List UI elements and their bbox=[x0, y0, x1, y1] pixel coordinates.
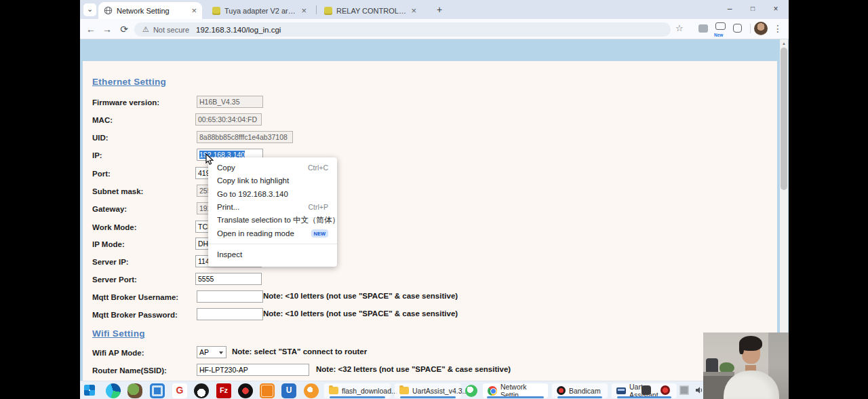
scrollbar-thumb[interactable] bbox=[781, 48, 787, 190]
tab-close-icon[interactable]: × bbox=[411, 5, 416, 16]
router-ssid-field[interactable]: HF-LPT230-AP bbox=[197, 364, 309, 376]
page-scrollbar[interactable]: ▲ bbox=[780, 39, 788, 381]
field-label: Mqtt Broker Username: bbox=[92, 291, 178, 301]
browser-menu-icon[interactable]: ⋮ bbox=[773, 23, 783, 34]
menu-shortcut: Ctrl+P bbox=[309, 203, 328, 211]
menu-item-go-to-address[interactable]: Go to 192.168.3.140 bbox=[208, 187, 337, 201]
form-row: Mqtt Broker Password: Note: <10 letters … bbox=[92, 308, 764, 322]
u-disk-app-icon[interactable]: U bbox=[281, 383, 296, 398]
menu-item-label: Open in reading mode bbox=[217, 229, 294, 238]
tab-relay-controller[interactable]: RELAY CONTROLLER - Smart H × bbox=[319, 2, 422, 19]
search-magnifier-icon[interactable] bbox=[304, 383, 319, 398]
field-note: Note: <10 letters (not use "SPACE" & cas… bbox=[263, 309, 458, 318]
form-row: Subnet mask: 255.255 bbox=[92, 185, 764, 198]
tab-title: Tuya adapter V2 arduino sourc bbox=[224, 7, 297, 15]
field-label: Port: bbox=[92, 168, 111, 178]
taskbar-window-uartassist-folder[interactable]: UartAssist_v4.3... bbox=[395, 383, 461, 398]
window-minimize-button[interactable]: – bbox=[719, 0, 740, 18]
tab-close-icon[interactable]: × bbox=[301, 5, 307, 16]
green-app-tray-icon[interactable] bbox=[465, 385, 477, 397]
form-row: Router Name(SSID): HF-LPT230-AP Note: <3… bbox=[92, 364, 764, 377]
new-tab-button[interactable]: + bbox=[433, 3, 446, 16]
field-label: Subnet mask: bbox=[92, 185, 143, 195]
mqtt-password-field[interactable] bbox=[197, 308, 263, 320]
menu-item-print[interactable]: Print... Ctrl+P bbox=[208, 201, 337, 214]
menu-item-inspect[interactable]: Inspect bbox=[208, 248, 337, 261]
form-row: Work Mode: TCP Se bbox=[92, 221, 764, 234]
orange-grid-app-icon[interactable] bbox=[260, 383, 275, 398]
field-label: Server IP: bbox=[92, 256, 129, 266]
tray-app-icon[interactable] bbox=[642, 385, 651, 395]
taskbar-window-chrome[interactable]: Network Settin... bbox=[483, 383, 548, 398]
speaker-icon[interactable] bbox=[694, 385, 704, 395]
menu-item-reading-mode[interactable]: Open in reading mode NEW bbox=[208, 227, 337, 241]
taskbar-window-flash-download[interactable]: flash_download... bbox=[324, 383, 391, 398]
plant-app-icon[interactable] bbox=[127, 383, 142, 398]
menu-item-translate[interactable]: Translate selection to 中文（简体） bbox=[208, 214, 337, 227]
not-secure-warning-icon: ⚠ bbox=[142, 25, 149, 34]
wifi-ap-mode-select[interactable]: AP bbox=[197, 346, 226, 358]
wifi-setting-heading: Wifi Setting bbox=[92, 328, 145, 339]
blue-app-icon[interactable] bbox=[150, 383, 165, 398]
menu-item-copy-link-to-highlight[interactable]: Copy link to highlight bbox=[208, 174, 337, 188]
field-label: Firmware version: bbox=[92, 96, 159, 107]
profile-avatar[interactable] bbox=[754, 22, 768, 35]
edge-icon[interactable] bbox=[106, 383, 121, 398]
field-label: Wifi AP Mode: bbox=[92, 347, 144, 357]
extensions-icon[interactable] bbox=[733, 24, 742, 33]
red-g-app-icon[interactable]: G bbox=[172, 383, 187, 398]
record-app-icon[interactable] bbox=[238, 383, 253, 398]
taskbar: G Fz U flash_download... UartAssist_v4.3… bbox=[80, 381, 789, 399]
menu-item-copy[interactable]: Copy Ctrl+C bbox=[208, 161, 337, 174]
mac-field[interactable]: 00:65:30:34:04:FD bbox=[195, 113, 262, 126]
taskbar-label: UartAssist_v4.3... bbox=[412, 387, 468, 395]
form-row: Port: 4196 bbox=[92, 167, 764, 180]
reload-button[interactable]: ⟳ bbox=[117, 23, 131, 37]
menu-item-label: Go to 192.168.3.140 bbox=[217, 190, 288, 198]
address-bar[interactable]: ⚠ Not secure 192.168.3.140/log_in.cgi bbox=[134, 22, 671, 37]
tray-record-icon[interactable] bbox=[660, 385, 670, 395]
bandicam-icon bbox=[557, 386, 566, 395]
browser-tab-strip: ⌄ Network Setting × Tuya adapter V2 ardu… bbox=[80, 0, 789, 19]
start-button-icon[interactable] bbox=[84, 385, 95, 396]
form-row: Firmware version: H16B_V4.35 bbox=[92, 96, 764, 109]
qq-icon[interactable] bbox=[194, 383, 209, 398]
active-window-underline bbox=[400, 396, 456, 398]
tuya-favicon-icon bbox=[212, 7, 220, 15]
forward-button[interactable]: → bbox=[100, 23, 114, 37]
taskbar-window-bandicam[interactable]: Bandicam bbox=[552, 383, 608, 398]
tab-title: RELAY CONTROLLER - Smart H bbox=[336, 7, 407, 15]
menu-item-label: Inspect bbox=[217, 250, 242, 259]
toolbar-divider bbox=[750, 24, 751, 33]
form-row: IP Mode: DHCP bbox=[92, 238, 764, 251]
filezilla-icon[interactable]: Fz bbox=[216, 383, 231, 398]
menu-item-label: Print... bbox=[217, 203, 239, 211]
dropdown-arrow-icon bbox=[219, 352, 223, 354]
chrome-icon bbox=[488, 386, 497, 396]
firmware-version-field[interactable]: H16B_V4.35 bbox=[197, 96, 263, 108]
tab-network-setting[interactable]: Network Setting × bbox=[98, 2, 202, 19]
field-label: Mqtt Broker Password: bbox=[92, 309, 178, 319]
side-panel-icon[interactable] bbox=[698, 24, 708, 33]
back-button[interactable]: ← bbox=[84, 23, 98, 37]
tab-search-button[interactable]: ⌄ bbox=[83, 3, 96, 16]
menu-item-label: Copy bbox=[217, 164, 235, 172]
tray-grid-icon[interactable] bbox=[679, 385, 689, 395]
new-feature-icon[interactable]: New bbox=[715, 22, 726, 30]
uid-field[interactable]: 8a88bb85c8fffc1e4ab37108 bbox=[197, 131, 293, 143]
form-row: IP: 192.168.3.140 bbox=[92, 149, 764, 162]
webcam-overlay bbox=[703, 332, 789, 399]
active-window-underline bbox=[557, 396, 602, 398]
tab-tuya-adapter[interactable]: Tuya adapter V2 arduino sourc × bbox=[207, 2, 312, 19]
field-value: 00:65:30:34:04:FD bbox=[198, 115, 257, 124]
server-port-field[interactable]: 5555 bbox=[195, 273, 262, 285]
scroll-up-arrow-icon[interactable]: ▲ bbox=[780, 39, 788, 48]
not-secure-label[interactable]: Not secure bbox=[153, 26, 189, 34]
window-close-button[interactable]: × bbox=[766, 0, 786, 18]
bookmark-star-icon[interactable]: ☆ bbox=[675, 23, 684, 33]
window-maximize-button[interactable]: □ bbox=[743, 0, 763, 18]
url-text[interactable]: 192.168.3.140/log_in.cgi bbox=[196, 26, 281, 34]
field-value: 8a88bb85c8fffc1e4ab37108 bbox=[199, 133, 288, 141]
mqtt-username-field[interactable] bbox=[197, 290, 263, 303]
tab-close-icon[interactable]: × bbox=[191, 5, 197, 16]
